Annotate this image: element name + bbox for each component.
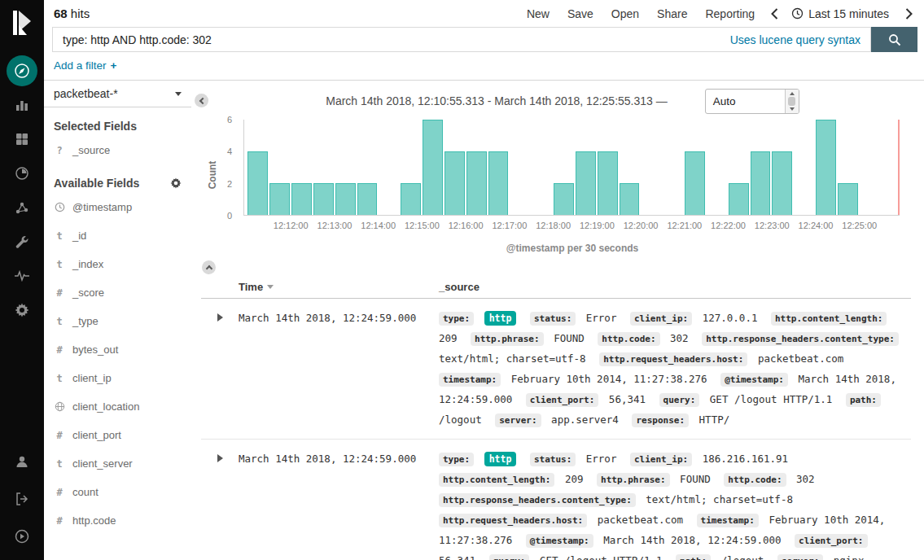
field-_index[interactable]: t_index	[44, 250, 191, 278]
field-badge: http.content_length:	[771, 312, 887, 326]
histogram-bar-12:16:30[interactable]	[488, 151, 509, 215]
interval-selected-value: Auto	[706, 90, 785, 113]
discover-icon[interactable]	[7, 55, 37, 86]
time-forward-button[interactable]	[905, 8, 913, 20]
monitoring-icon[interactable]	[7, 260, 37, 291]
highlighted-value: http	[484, 452, 517, 466]
x-tick-label: 12:15:00	[405, 221, 440, 230]
field-client_server[interactable]: tclient_server	[44, 449, 191, 478]
add-filter-link[interactable]: Add a filter	[54, 59, 107, 72]
clock-icon	[791, 7, 804, 20]
search-button[interactable]	[871, 27, 917, 52]
field-badge: type:	[439, 453, 474, 466]
field-value: GET /logout HTTP/1.1	[710, 393, 833, 405]
histogram-chart: Count 6420 12:12:0012:13:0012:14:0012:15…	[201, 115, 911, 237]
save-button[interactable]: Save	[567, 7, 593, 20]
selected-fields-title: Selected Fields	[54, 120, 182, 133]
lucene-syntax-link[interactable]: Uses lucene query syntax	[730, 33, 861, 46]
help-play-icon[interactable]	[7, 521, 37, 552]
expand-row-button[interactable]	[201, 308, 239, 322]
dashboard-icon[interactable]	[7, 124, 37, 155]
field-_id[interactable]: t_id	[44, 221, 191, 250]
field-settings-gear-icon[interactable]	[170, 177, 182, 189]
field-value: /logout	[721, 554, 764, 560]
management-icon[interactable]	[7, 295, 37, 326]
collapse-histogram-button[interactable]	[202, 260, 216, 274]
histogram-bar-12:15:00[interactable]	[423, 120, 443, 215]
histogram-bar-12:22:00[interactable]	[729, 183, 749, 215]
histogram-bar-12:13:00[interactable]	[335, 183, 356, 215]
histogram-bar-12:23:00[interactable]	[772, 151, 792, 215]
add-filter-plus-icon[interactable]: +	[111, 59, 117, 72]
field-_score[interactable]: #_score	[44, 278, 191, 307]
field-name: _id	[72, 230, 86, 242]
time-picker-button[interactable]: Last 15 minutes	[791, 7, 889, 20]
time-column-header[interactable]: Time	[239, 281, 439, 293]
field-client_ip[interactable]: tclient_ip	[44, 364, 191, 392]
kibana-logo[interactable]	[0, 0, 44, 46]
field-@timestamp[interactable]: @timestamp	[44, 193, 191, 221]
histogram-bar-12:13:30[interactable]	[357, 183, 378, 215]
histogram-bar-12:18:30[interactable]	[576, 151, 596, 215]
histogram-bar-12:19:00[interactable]	[598, 151, 618, 215]
search-input[interactable]	[63, 33, 720, 46]
new-button[interactable]: New	[527, 7, 550, 20]
histogram-bar-12:15:30[interactable]	[444, 151, 465, 215]
field-badge: http.code:	[724, 473, 786, 487]
doc-timestamp: March 14th 2018, 12:24:59.000	[239, 449, 439, 465]
share-button[interactable]: Share	[657, 7, 687, 20]
field-name: client_ip	[72, 372, 112, 384]
logout-icon[interactable]	[7, 483, 37, 514]
field-name: _type	[72, 315, 99, 327]
field-badge: query:	[659, 393, 700, 407]
open-button[interactable]: Open	[611, 7, 639, 20]
histogram-bar-12:11:00[interactable]	[247, 151, 268, 215]
field-value: 56,341	[609, 393, 646, 405]
field-http.code[interactable]: #http.code	[44, 506, 191, 535]
app-navigation-rail	[0, 0, 44, 560]
histogram-bar-12:21:00[interactable]	[685, 151, 705, 215]
visualize-icon[interactable]	[7, 90, 37, 120]
collapse-sidebar-button[interactable]	[195, 94, 208, 107]
field-value: /logout	[439, 413, 482, 426]
field-client_location[interactable]: client_location	[44, 392, 191, 421]
time-back-button[interactable]	[771, 8, 778, 20]
discover-main: March 14th 2018, 12:10:55.313 - March 14…	[191, 81, 924, 560]
y-tick-label: 4	[227, 147, 232, 156]
dev-tools-icon[interactable]	[7, 226, 37, 257]
histogram-bar-12:19:30[interactable]	[620, 183, 640, 215]
chevron-left-icon	[199, 97, 205, 103]
field-badge: @timestamp:	[720, 373, 788, 387]
timelion-icon[interactable]	[7, 158, 37, 189]
histogram-bar-12:14:30[interactable]	[401, 183, 421, 215]
field-count[interactable]: #count	[44, 478, 191, 506]
reporting-button[interactable]: Reporting	[705, 7, 755, 20]
expand-row-button[interactable]	[201, 449, 239, 462]
histogram-bar-12:18:00[interactable]	[554, 183, 574, 215]
histogram-bar-12:16:00[interactable]	[466, 151, 487, 215]
topbar-menu: New Save Open Share Reporting Last 15 mi…	[509, 7, 913, 20]
field-bytes_out[interactable]: #bytes_out	[44, 335, 191, 364]
index-pattern-selector[interactable]: packetbeat-*	[44, 81, 191, 107]
user-avatar-icon[interactable]	[7, 446, 37, 477]
field-badge: client_port:	[795, 534, 867, 548]
histogram-bar-12:12:00[interactable]	[291, 183, 312, 215]
histogram-bar-12:12:30[interactable]	[313, 183, 334, 215]
field-name: bytes_out	[72, 343, 118, 356]
sort-caret-icon	[267, 285, 274, 289]
field-_type[interactable]: t_type	[44, 307, 191, 335]
histogram-bar-12:24:30[interactable]	[838, 183, 858, 215]
selected-field-_source[interactable]: ?_source	[44, 136, 191, 164]
interval-select[interactable]: Auto	[705, 89, 799, 114]
field-name: _index	[72, 258, 103, 270]
field-value: Error	[586, 453, 617, 465]
histogram-bar-12:24:00[interactable]	[816, 120, 836, 215]
histogram-bar-12:11:30[interactable]	[269, 183, 290, 215]
histogram-bar-12:22:30[interactable]	[751, 151, 771, 215]
field-badge: timestamp:	[697, 514, 759, 527]
table-rows: March 14th 2018, 12:24:59.000type: http …	[201, 299, 911, 560]
field-client_port[interactable]: #client_port	[44, 421, 191, 449]
graph-icon[interactable]	[7, 192, 37, 223]
field-value: text/html; charset=utf-8	[646, 493, 793, 505]
x-tick-label: 12:16:00	[449, 221, 484, 230]
